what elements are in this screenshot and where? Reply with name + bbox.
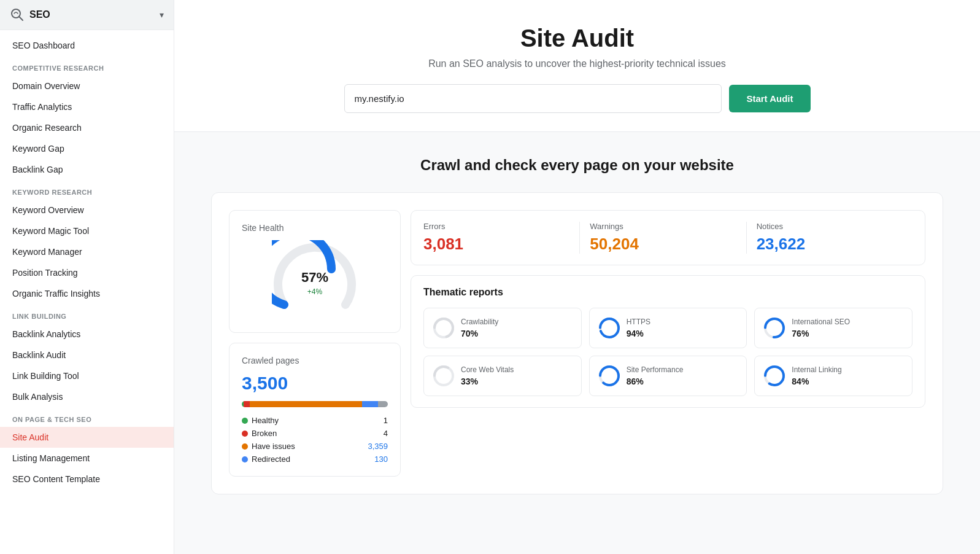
site-health-label: Site Health <box>242 223 388 233</box>
thematic-core-web-vitals-value: 33% <box>461 376 514 386</box>
legend-healthy: Healthy 1 <box>242 416 388 425</box>
thematic-international-seo-value: 76% <box>792 329 850 338</box>
sidebar-item-site-audit[interactable]: Site Audit <box>0 427 174 448</box>
legend-have-issues: Have issues 3,359 <box>242 442 388 451</box>
legend-label-redirected: Redirected <box>252 455 290 464</box>
sidebar-item-keyword-manager[interactable]: Keyword Manager <box>0 241 174 262</box>
site-health-change: +4% <box>307 287 322 296</box>
crawled-legend: Healthy 1 Broken 4 <box>242 416 388 464</box>
thematic-core-web-vitals-label: Core Web Vitals <box>461 365 514 374</box>
legend-value-broken: 4 <box>384 429 388 438</box>
sidebar-item-backlink-audit[interactable]: Backlink Audit <box>0 345 174 365</box>
sidebar-item-seo-content-template[interactable]: SEO Content Template <box>0 469 174 490</box>
sidebar-item-listing-management[interactable]: Listing Management <box>0 448 174 469</box>
sidebar-item-domain-overview[interactable]: Domain Overview <box>0 76 174 96</box>
thematic-core-web-vitals[interactable]: Core Web Vitals 33% <box>423 356 582 396</box>
thematic-crawlability-label: Crawlability <box>461 318 498 326</box>
legend-label-issues: Have issues <box>252 442 295 451</box>
crawled-pages-count: 3,500 <box>242 373 388 394</box>
content-area: Crawl and check every page on your websi… <box>174 132 980 519</box>
sidebar-section-competitive-research: COMPETITIVE RESEARCH <box>0 56 174 76</box>
legend-broken: Broken 4 <box>242 429 388 438</box>
right-column: Errors 3,081 Warnings 50,204 Notices 23,… <box>411 210 925 477</box>
ring-site-performance-chart <box>598 365 620 387</box>
site-health-percent: 57% <box>301 270 328 286</box>
thematic-https-label: HTTPS <box>627 318 650 326</box>
thematic-international-seo-label: International SEO <box>792 318 850 326</box>
thematic-site-performance-info: Site Performance 86% <box>627 365 684 386</box>
legend-dot-issues <box>242 443 248 450</box>
legend-dot-redirected <box>242 456 248 462</box>
main-content: Site Audit Run an SEO analysis to uncove… <box>174 0 980 554</box>
sidebar-item-organic-traffic-insights[interactable]: Organic Traffic Insights <box>0 283 174 304</box>
dashboard-card: Site Health 57% +4% <box>211 192 943 494</box>
thematic-core-web-vitals-info: Core Web Vitals 33% <box>461 365 514 386</box>
sidebar-nav: SEO Dashboard COMPETITIVE RESEARCH Domai… <box>0 30 174 494</box>
sidebar-title: SEO <box>29 9 50 20</box>
sidebar-section-keyword-research: KEYWORD RESEARCH <box>0 180 174 200</box>
start-audit-button[interactable]: Start Audit <box>729 85 810 112</box>
thematic-international-seo[interactable]: International SEO 76% <box>754 308 912 348</box>
sidebar-item-keyword-overview[interactable]: Keyword Overview <box>0 200 174 220</box>
thematic-internal-linking-label: Internal Linking <box>792 365 841 374</box>
site-health-card: Site Health 57% +4% <box>229 210 401 333</box>
legend-dot-broken <box>242 431 248 437</box>
sidebar: SEO ▾ SEO Dashboard COMPETITIVE RESEARCH… <box>0 0 174 554</box>
sidebar-item-backlink-analytics[interactable]: Backlink Analytics <box>0 324 174 345</box>
legend-value-redirected: 130 <box>374 455 388 464</box>
pb-broken <box>244 401 250 407</box>
site-health-donut: 57% +4% <box>242 240 388 320</box>
sidebar-item-keyword-gap[interactable]: Keyword Gap <box>0 138 174 159</box>
svg-point-11 <box>600 367 619 385</box>
page-subtitle: Run an SEO analysis to uncover the highe… <box>211 58 943 69</box>
legend-dot-healthy <box>242 418 248 424</box>
ring-core-web-vitals-chart <box>433 365 455 387</box>
sidebar-item-seo-dashboard[interactable]: SEO Dashboard <box>0 35 174 56</box>
sidebar-item-organic-research[interactable]: Organic Research <box>0 117 174 138</box>
legend-label-healthy: Healthy <box>252 416 279 425</box>
thematic-https-info: HTTPS 94% <box>627 318 650 338</box>
thematic-https[interactable]: HTTPS 94% <box>589 308 747 348</box>
warnings-label: Warnings <box>590 222 736 231</box>
search-row: Start Audit <box>344 84 811 113</box>
stats-row: Errors 3,081 Warnings 50,204 Notices 23,… <box>411 210 925 265</box>
stat-warnings: Warnings 50,204 <box>580 222 746 254</box>
sidebar-item-traffic-analytics[interactable]: Traffic Analytics <box>0 96 174 117</box>
sidebar-section-link-building: LINK BUILDING <box>0 304 174 324</box>
sidebar-item-backlink-gap[interactable]: Backlink Gap <box>0 159 174 180</box>
ring-https-chart <box>598 317 620 339</box>
sidebar-item-link-building-tool[interactable]: Link Building Tool <box>0 365 174 386</box>
pb-redirected <box>362 401 378 407</box>
crawled-pages-label: Crawled pages <box>242 356 388 365</box>
left-column: Site Health 57% +4% <box>229 210 401 477</box>
thematic-internal-linking[interactable]: Internal Linking 84% <box>754 356 912 396</box>
sidebar-header[interactable]: SEO ▾ <box>0 0 174 30</box>
crawled-pages-card: Crawled pages 3,500 <box>229 343 401 477</box>
notices-label: Notices <box>757 222 903 231</box>
domain-input[interactable] <box>344 84 722 113</box>
errors-value: 3,081 <box>423 235 569 254</box>
ring-crawlability-chart <box>433 317 455 339</box>
thematic-international-seo-info: International SEO 76% <box>792 318 850 338</box>
thematic-reports-grid: Crawlability 70% <box>423 308 912 396</box>
stat-notices: Notices 23,622 <box>747 222 912 254</box>
pb-issues <box>250 401 362 407</box>
thematic-reports-section: Thematic reports Crawlability 7 <box>411 275 925 408</box>
seo-icon <box>10 7 25 22</box>
stat-errors: Errors 3,081 <box>423 222 580 254</box>
pb-blocked <box>378 401 388 407</box>
sidebar-item-bulk-analysis[interactable]: Bulk Analysis <box>0 386 174 407</box>
sidebar-item-position-tracking[interactable]: Position Tracking <box>0 262 174 283</box>
legend-label-broken: Broken <box>252 429 277 438</box>
thematic-site-performance[interactable]: Site Performance 86% <box>589 356 747 396</box>
sidebar-item-keyword-magic-tool[interactable]: Keyword Magic Tool <box>0 220 174 241</box>
donut-center: 57% +4% <box>301 270 328 297</box>
legend-value-healthy: 1 <box>384 416 388 425</box>
thematic-https-value: 94% <box>627 329 650 338</box>
errors-label: Errors <box>423 222 569 231</box>
svg-line-1 <box>19 17 23 20</box>
thematic-internal-linking-value: 84% <box>792 376 841 386</box>
thematic-site-performance-value: 86% <box>627 376 684 386</box>
thematic-crawlability[interactable]: Crawlability 70% <box>423 308 582 348</box>
thematic-internal-linking-info: Internal Linking 84% <box>792 365 841 386</box>
